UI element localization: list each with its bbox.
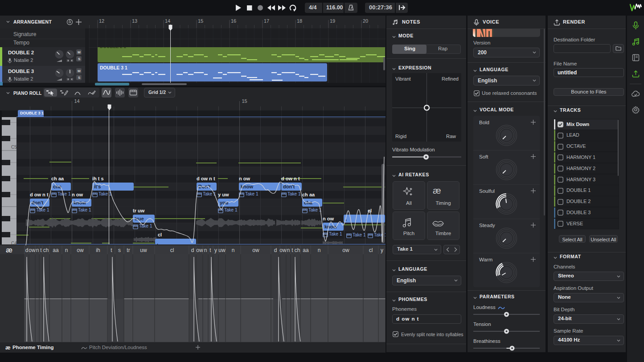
svg-text:d: d <box>191 247 194 253</box>
svg-text:C4: C4 <box>11 241 16 244</box>
svg-text:ow: ow <box>196 247 203 253</box>
svg-text:ch: ch <box>295 247 300 253</box>
svg-text:n: n <box>36 247 39 253</box>
svg-text:ow: ow <box>279 247 287 253</box>
svg-text:aa: aa <box>53 247 59 253</box>
svg-text:s: s <box>118 247 121 253</box>
svg-text:cl: cl <box>170 247 174 253</box>
svg-text:n: n <box>318 247 321 253</box>
svg-text:n: n <box>204 247 207 253</box>
svg-text:t: t <box>291 247 293 253</box>
svg-text:ow: ow <box>342 247 349 253</box>
svg-text:n: n <box>65 247 68 253</box>
svg-text:C5: C5 <box>11 145 16 150</box>
svg-text:cl: cl <box>369 247 373 253</box>
svg-text:t: t <box>40 247 42 253</box>
svg-text:y: y <box>381 247 383 253</box>
svg-text:n: n <box>287 247 290 253</box>
svg-text:ch: ch <box>43 247 49 253</box>
svg-text:d: d <box>274 247 277 253</box>
svg-text:ow: ow <box>29 247 36 253</box>
svg-text:d: d <box>25 247 29 253</box>
svg-text:tr: tr <box>127 247 130 253</box>
svg-text:aa: aa <box>303 247 309 253</box>
svg-text:y: y <box>214 247 217 253</box>
svg-text:t: t <box>209 247 211 253</box>
svg-text:ow: ow <box>77 247 84 253</box>
svg-text:ih: ih <box>96 247 100 253</box>
svg-text:uw: uw <box>140 247 147 253</box>
svg-text:uw: uw <box>218 247 226 253</box>
svg-text:t: t <box>111 247 112 253</box>
svg-text:ow: ow <box>252 247 259 253</box>
svg-text:n: n <box>232 247 235 253</box>
